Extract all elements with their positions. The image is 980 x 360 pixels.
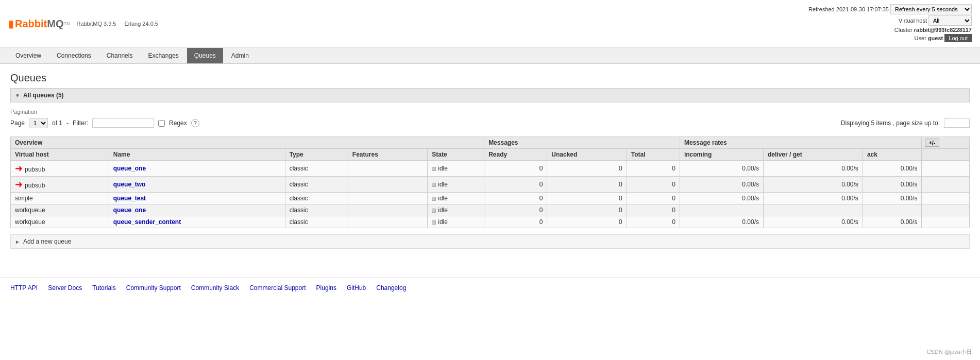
footer-link[interactable]: GitHub (347, 284, 366, 292)
cell-incoming: 0.00/s (680, 177, 763, 193)
pagination-row: Page 1 of 1 - Filter: Regex ? Displaying… (10, 118, 970, 128)
queue-name-link[interactable]: queue_one (113, 207, 146, 214)
queue-name-link[interactable]: queue_one (113, 165, 146, 172)
cell-unacked: 0 (547, 177, 627, 193)
cluster-label: Cluster (894, 27, 913, 33)
cell-incoming (680, 204, 763, 216)
cell-ready: 0 (484, 216, 547, 228)
refreshed-label: Refreshed 2021-09-30 17:07:35 (808, 6, 889, 12)
page-size-input[interactable]: 100 (944, 118, 970, 128)
vhost-select[interactable]: All / pubsub simple workqueue (928, 15, 972, 26)
nav-admin[interactable]: Admin (224, 48, 256, 63)
cell-vhost: ➜pubsub (11, 161, 109, 177)
cell-unacked: 0 (547, 204, 627, 216)
footer-link[interactable]: HTTP API (10, 284, 38, 292)
cell-incoming: 0.00/s (680, 193, 763, 204)
navigation: Overview Connections Channels Exchanges … (0, 48, 980, 64)
cell-total: 0 (627, 161, 680, 177)
page-select[interactable]: 1 (29, 118, 48, 128)
cell-name[interactable]: queue_one (109, 204, 285, 216)
footer-link[interactable]: Community Slack (191, 284, 239, 292)
help-icon[interactable]: ? (191, 119, 199, 127)
cell-deliver-get (764, 204, 863, 216)
cell-features (348, 216, 427, 228)
cell-total: 0 (627, 177, 680, 193)
cell-ack: 0.00/s (863, 177, 922, 193)
col-ready: Ready (484, 149, 547, 161)
nav-exchanges[interactable]: Exchanges (141, 48, 185, 63)
logout-button[interactable]: Log out (944, 34, 972, 42)
user-label: User (915, 35, 926, 41)
pagination-right: Displaying 5 items , page size up to: 10… (841, 118, 970, 128)
cell-unacked: 0 (547, 216, 627, 228)
main-content: Queues ▼ All queues (5) Pagination Page … (0, 64, 980, 257)
cell-deliver-get: 0.00/s (764, 193, 863, 204)
nav-channels[interactable]: Channels (99, 48, 140, 63)
logo-mq: MQ (47, 18, 63, 30)
queues-table-wrapper: Overview Messages Message rates +/- Virt… (10, 136, 970, 228)
col-unacked: Unacked (547, 149, 627, 161)
cell-deliver-get: 0.00/s (764, 177, 863, 193)
messages-group-header: Messages (484, 137, 680, 149)
filter-input[interactable] (92, 118, 154, 128)
cell-name[interactable]: queue_two (109, 177, 285, 193)
cell-extra (922, 161, 970, 177)
cell-state: idle (428, 193, 484, 204)
logo-rabbit: Rabbit (15, 18, 47, 30)
footer-link[interactable]: Changelog (376, 284, 406, 292)
cell-deliver-get: 0.00/s (764, 161, 863, 177)
cell-total: 0 (627, 204, 680, 216)
logo-tm: TM (63, 21, 70, 26)
cell-name[interactable]: queue_one (109, 161, 285, 177)
cluster-name: rabbit@993fc8228117 (914, 27, 972, 33)
cell-vhost: workqueue (11, 204, 109, 216)
col-features: Features (348, 149, 427, 161)
col-virtual-host: Virtual host (11, 149, 109, 161)
arrow-indicator-icon: ➜ (15, 163, 23, 174)
cell-extra (922, 204, 970, 216)
cell-ready: 0 (484, 204, 547, 216)
footer-link[interactable]: Tutorials (92, 284, 116, 292)
nav-queues[interactable]: Queues (187, 48, 223, 63)
cell-name[interactable]: queue_test (109, 193, 285, 204)
all-queues-section-header[interactable]: ▼ All queues (5) (10, 88, 970, 102)
queue-name-link[interactable]: queue_sender_content (113, 218, 181, 226)
refresh-select[interactable]: Refresh every 5 seconds Refresh every 10… (890, 4, 972, 14)
cell-total: 0 (627, 216, 680, 228)
add-queue-section[interactable]: ► Add a new queue (10, 234, 970, 249)
logo: ▮ RabbitMQTM (8, 18, 70, 30)
nav-overview[interactable]: Overview (8, 48, 48, 63)
user-name: guest (928, 35, 943, 41)
col-incoming: incoming (680, 149, 763, 161)
col-total: Total (627, 149, 680, 161)
cell-extra (922, 193, 970, 204)
cell-type: classic (285, 204, 348, 216)
vhost-label: Virtual host (899, 18, 927, 24)
plus-minus-button[interactable]: +/- (925, 139, 939, 147)
footer-link[interactable]: Community Support (126, 284, 181, 292)
cell-vhost: workqueue (11, 216, 109, 228)
cell-ack: 0.00/s (863, 161, 922, 177)
cell-type: classic (285, 161, 348, 177)
col-type: Type (285, 149, 348, 161)
user-row: User guest Log out (808, 34, 972, 42)
footer-link[interactable]: Server Docs (48, 284, 82, 292)
cell-type: classic (285, 177, 348, 193)
queue-name-link[interactable]: queue_test (113, 195, 146, 202)
cell-name[interactable]: queue_sender_content (109, 216, 285, 228)
table-row: workqueuequeue_oneclassicidle000 (11, 204, 970, 216)
cell-total: 0 (627, 193, 680, 204)
top-right-panel: Refreshed 2021-09-30 17:07:35 Refresh ev… (808, 4, 972, 43)
cell-deliver-get: 0.00/s (764, 216, 863, 228)
col-ack: ack (863, 149, 922, 161)
state-dot-icon (432, 197, 436, 201)
cell-ack: 0.00/s (863, 193, 922, 204)
table-row: ➜pubsubqueue_twoclassicidle0000.00/s0.00… (11, 177, 970, 193)
footer-link[interactable]: Plugins (316, 284, 336, 292)
regex-checkbox[interactable] (158, 120, 165, 127)
cell-unacked: 0 (547, 161, 627, 177)
footer-link[interactable]: Commercial Support (249, 284, 306, 292)
queue-name-link[interactable]: queue_two (113, 181, 146, 188)
nav-connections[interactable]: Connections (49, 48, 98, 63)
cell-state: idle (428, 161, 484, 177)
